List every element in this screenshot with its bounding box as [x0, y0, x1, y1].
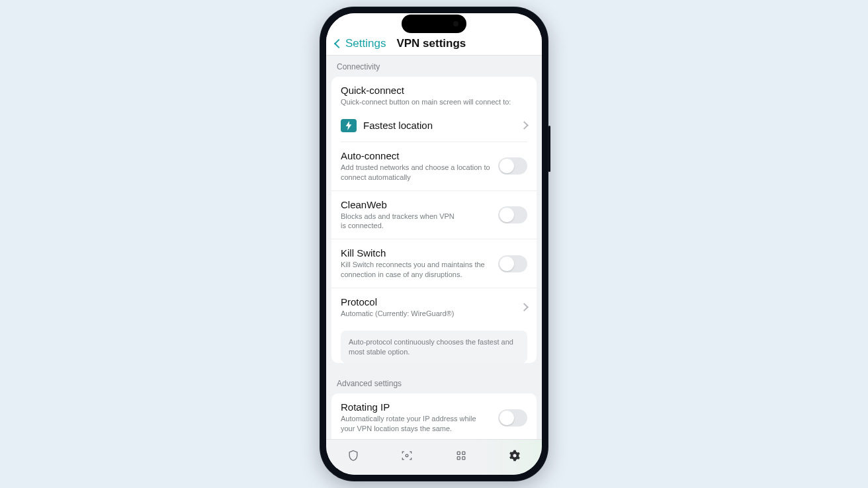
page-title: VPN settings [396, 37, 466, 50]
chevron-right-icon [520, 121, 529, 130]
rotating-ip-subtitle: Automatically rotate your IP address whi… [341, 414, 490, 434]
rotating-ip-toggle[interactable] [498, 409, 527, 427]
chevron-right-icon [520, 303, 529, 311]
protocol-note: Auto-protocol continuously chooses the f… [341, 331, 527, 364]
section-header-connectivity: Connectivity [326, 56, 542, 77]
quick-connect-subtitle: Quick-connect button on main screen will… [341, 97, 527, 107]
back-button[interactable]: Settings [345, 37, 386, 50]
dynamic-island [402, 15, 466, 33]
kill-switch-subtitle: Kill Switch reconnects you and maintains… [341, 260, 490, 280]
quick-connect-option[interactable]: Fastest location [331, 111, 537, 142]
svg-rect-1 [457, 452, 460, 454]
svg-point-0 [406, 454, 408, 457]
advanced-card: Rotating IP Automatically rotate your IP… [331, 393, 537, 439]
cleanweb-toggle[interactable] [498, 206, 527, 224]
row-quick-connect: Quick-connect Quick-connect button on ma… [331, 77, 537, 111]
auto-connect-title: Auto-connect [341, 150, 490, 161]
cleanweb-subtitle: Blocks ads and trackers when VPN is conn… [341, 212, 460, 231]
svg-rect-3 [457, 456, 460, 459]
tab-settings-gear-icon[interactable] [508, 449, 521, 462]
svg-rect-4 [462, 456, 464, 459]
lightning-icon [341, 119, 357, 132]
auto-connect-toggle[interactable] [498, 157, 527, 175]
row-kill-switch[interactable]: Kill Switch Kill Switch reconnects you a… [331, 239, 537, 288]
back-chevron-icon[interactable] [334, 38, 343, 48]
tab-bar [326, 439, 542, 475]
cleanweb-title: CleanWeb [341, 199, 490, 210]
rotating-ip-title: Rotating IP [341, 401, 490, 413]
section-header-advanced: Advanced settings [326, 372, 542, 393]
connectivity-card: Quick-connect Quick-connect button on ma… [331, 77, 537, 363]
auto-connect-subtitle: Add trusted networks and choose a locati… [341, 163, 490, 183]
quick-connect-title: Quick-connect [341, 85, 527, 96]
row-protocol[interactable]: Protocol Automatic (Currently: WireGuard… [331, 288, 537, 327]
protocol-title: Protocol [341, 296, 513, 307]
phone-frame: Settings VPN settings Connectivity Quick… [320, 7, 548, 481]
settings-scroll[interactable]: Connectivity Quick-connect Quick-connect… [326, 56, 542, 439]
screen: Settings VPN settings Connectivity Quick… [326, 13, 542, 475]
row-cleanweb[interactable]: CleanWeb Blocks ads and trackers when VP… [331, 190, 537, 239]
kill-switch-title: Kill Switch [341, 247, 490, 259]
row-auto-connect[interactable]: Auto-connect Add trusted networks and ch… [331, 142, 537, 190]
quick-connect-option-label: Fastest location [363, 120, 515, 131]
tab-shield-icon[interactable] [347, 449, 360, 462]
protocol-subtitle: Automatic (Currently: WireGuard®) [341, 309, 513, 319]
tab-scan-icon[interactable] [400, 449, 413, 462]
kill-switch-toggle[interactable] [498, 255, 527, 272]
row-rotating-ip[interactable]: Rotating IP Automatically rotate your IP… [331, 393, 537, 439]
svg-rect-2 [462, 452, 464, 454]
tab-grid-icon[interactable] [455, 449, 468, 462]
svg-point-5 [513, 454, 517, 457]
